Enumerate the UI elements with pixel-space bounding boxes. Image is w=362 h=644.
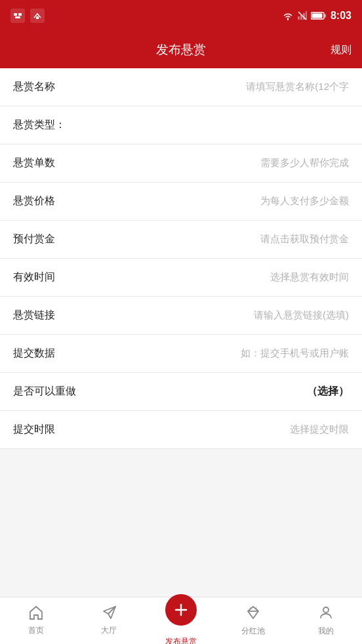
form-value-5: 选择悬赏有效时间 xyxy=(85,271,349,284)
svg-rect-4 xyxy=(298,16,300,20)
form-label-9: 提交时限 xyxy=(13,423,85,437)
battery-icon xyxy=(311,11,327,20)
time-display: 8:03 xyxy=(331,10,352,22)
notification-icon-2 xyxy=(30,9,45,23)
form-row-0[interactable]: 悬赏名称请填写悬赏名称(12个字 xyxy=(0,68,362,106)
form-label-7: 提交数据 xyxy=(13,347,85,360)
form-row-8[interactable]: 是否可以重做（选择） xyxy=(0,373,362,411)
form-label-0: 悬赏名称 xyxy=(13,80,85,94)
form-value-3: 为每人支付多少金额 xyxy=(85,195,349,207)
tab-bar: 首页 大厅 发布悬赏 分红池 xyxy=(0,597,362,644)
svg-rect-2 xyxy=(15,16,20,18)
home-icon xyxy=(28,605,44,622)
rules-button[interactable]: 规则 xyxy=(331,43,352,57)
svg-rect-3 xyxy=(36,16,39,19)
form-label-8: 是否可以重做 xyxy=(13,385,85,398)
form-row-9[interactable]: 提交时限选择提交时限 xyxy=(0,411,362,449)
tab-publish[interactable]: 发布悬赏 xyxy=(145,594,217,644)
svg-rect-7 xyxy=(306,11,307,20)
nav-bar: 发布悬赏 规则 xyxy=(0,32,362,68)
tab-hall[interactable]: 大厅 xyxy=(72,605,144,636)
form-value-0: 请填写悬赏名称(12个字 xyxy=(85,81,349,93)
svg-rect-11 xyxy=(312,14,322,18)
form-container: 悬赏名称请填写悬赏名称(12个字悬赏类型：悬赏单数需要多少人帮你完成悬赏价格为每… xyxy=(0,68,362,449)
tab-dividend[interactable]: 分红池 xyxy=(217,605,289,637)
form-row-1[interactable]: 悬赏类型： xyxy=(0,106,362,144)
svg-point-14 xyxy=(323,607,329,612)
form-label-1: 悬赏类型： xyxy=(13,118,85,132)
form-row-2[interactable]: 悬赏单数需要多少人帮你完成 xyxy=(0,144,362,182)
tab-mine[interactable]: 我的 xyxy=(290,605,362,637)
status-bar: 8:03 xyxy=(0,0,362,32)
tab-dividend-label: 分红池 xyxy=(241,626,265,637)
tab-publish-label: 发布悬赏 xyxy=(165,636,197,644)
diamond-icon xyxy=(245,605,261,623)
notification-icon-1 xyxy=(10,9,25,23)
send-icon xyxy=(101,605,117,622)
tab-home[interactable]: 首页 xyxy=(0,605,72,636)
form-value-2: 需要多少人帮你完成 xyxy=(85,157,349,169)
tab-hall-label: 大厅 xyxy=(101,625,117,636)
form-label-3: 悬赏价格 xyxy=(13,194,85,208)
form-label-2: 悬赏单数 xyxy=(13,156,85,170)
tab-publish-button[interactable] xyxy=(165,594,197,626)
form-value-9: 选择提交时限 xyxy=(85,423,349,436)
status-right: 8:03 xyxy=(282,10,352,22)
tab-home-label: 首页 xyxy=(28,625,44,636)
form-label-4: 预付赏金 xyxy=(13,232,85,246)
form-row-7[interactable]: 提交数据如：提交手机号或用户账 xyxy=(0,335,362,373)
wifi-icon xyxy=(282,11,294,20)
svg-rect-0 xyxy=(14,13,17,16)
svg-rect-1 xyxy=(18,13,22,16)
form-row-5[interactable]: 有效时间选择悬赏有效时间 xyxy=(0,259,362,297)
signal-icon xyxy=(298,11,307,20)
status-icons xyxy=(10,9,45,23)
form-row-3[interactable]: 悬赏价格为每人支付多少金额 xyxy=(0,182,362,221)
form-value-4: 请点击获取预付赏金 xyxy=(85,233,349,246)
form-value-6: 请输入悬赏链接(选填) xyxy=(85,309,349,322)
form-row-6[interactable]: 悬赏链接请输入悬赏链接(选填) xyxy=(0,297,362,335)
page-title: 发布悬赏 xyxy=(156,41,206,58)
user-icon xyxy=(318,605,334,623)
form-label-6: 悬赏链接 xyxy=(13,309,85,322)
form-row-4[interactable]: 预付赏金请点击获取预付赏金 xyxy=(0,221,362,259)
form-label-5: 有效时间 xyxy=(13,270,85,284)
form-value-7: 如：提交手机号或用户账 xyxy=(85,347,349,360)
svg-rect-10 xyxy=(324,14,326,18)
form-value-8: （选择） xyxy=(85,385,349,398)
tab-mine-label: 我的 xyxy=(318,626,334,637)
